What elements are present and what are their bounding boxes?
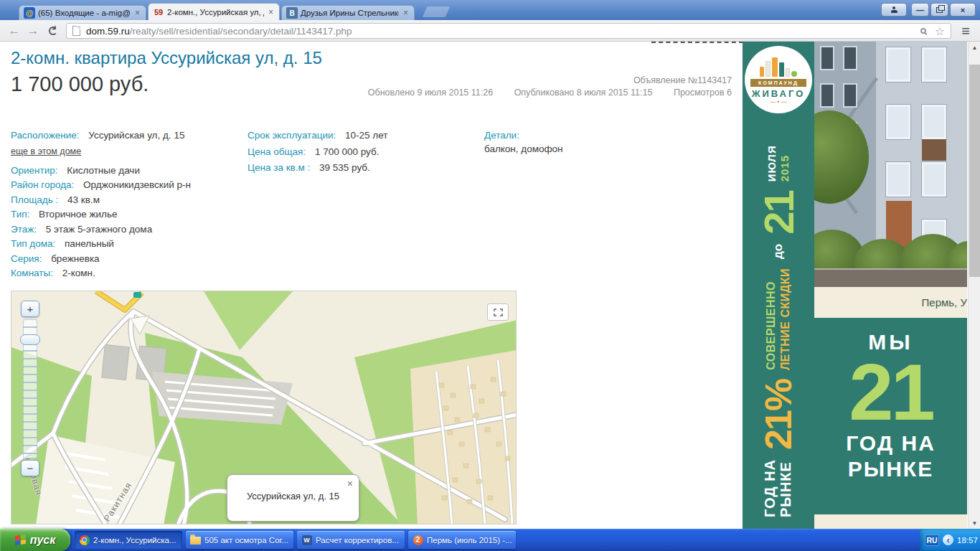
folder-icon [190, 537, 201, 545]
taskbar-button-word[interactable]: W Расчет корректиров... [297, 531, 405, 549]
detail-value: 10-25 лет [345, 130, 387, 141]
detail-row: Расположение: Уссурийская ул, д. 15 [11, 131, 244, 141]
new-tab-button[interactable] [423, 6, 451, 17]
ad-deadline-day: 21 [755, 191, 803, 235]
windows-taskbar: пуск 2-комн., Уссурийска... 505 акт осмо… [0, 529, 980, 551]
details-column-right: Детали: балкон, домофон [484, 131, 664, 159]
detail-label: Детали: [484, 130, 519, 141]
published-date: Опубликовано 8 июля 2015 11:15 [514, 88, 653, 98]
ad-deadline-year: 2015 [778, 145, 791, 182]
taskbar-button-2gis[interactable]: 2 Пермь (июль 2015) -... [408, 531, 516, 549]
detail-value: Уссурийская ул, д. 15 [88, 130, 184, 141]
detail-label: Площадь : [11, 194, 58, 205]
ad-side-text: ЛЕТНИЕ СКИДКИ [778, 268, 793, 370]
page-content: 2-комн. квартира Уссурийская ул, д. 15 1… [0, 42, 980, 529]
taskbar-button-label: Расчет корректиров... [316, 536, 399, 545]
tab-close-icon[interactable]: × [267, 8, 275, 17]
map-zoom-out-button[interactable]: − [21, 460, 39, 476]
tray-clock: 18:57 [957, 536, 978, 545]
word-icon: W [302, 535, 312, 545]
ad-years-number: 21 [814, 354, 967, 430]
logo-skyline-icon [745, 57, 812, 77]
menu-button[interactable]: ≡ [956, 22, 976, 39]
ad-building-photo [814, 42, 967, 287]
url-host: dom.59.ru [86, 26, 130, 37]
detail-value: 39 535 руб. [319, 162, 370, 173]
map-popup-text: Уссурийская ул, д. 15 [247, 491, 339, 501]
detail-row: Цена за кв.м : 39 535 руб. [248, 163, 477, 173]
detail-row: Тип: Вторичное жилье [11, 209, 244, 220]
detail-row: Серия: брежневка [11, 254, 244, 264]
detail-label: Тип дома: [11, 238, 55, 249]
minimize-button[interactable]: — [911, 3, 929, 17]
arrow-down-icon: ▼ [972, 520, 978, 527]
detail-value: Орджоникидзевский р-н [83, 179, 191, 190]
bookmark-star-icon[interactable]: ☆ [935, 24, 945, 38]
close-button[interactable]: × [950, 3, 976, 17]
url-path: /realty/sell/residential/secondary/detai… [130, 26, 352, 37]
mail-favicon-icon: @ [24, 7, 35, 19]
detail-row: Цена общая: 1 700 000 руб. [248, 147, 477, 157]
map-zoom-slider-handle[interactable] [20, 334, 40, 345]
scroll-thumb[interactable] [969, 65, 980, 277]
detail-value: Вторичное жилье [39, 209, 117, 220]
ad-bottom-strip [814, 514, 967, 529]
detail-value: 5 этаж 5-этажного дома [46, 224, 152, 235]
tab-title: Друзья Ирины Стрельнико [301, 9, 399, 17]
site-59-favicon-icon: 59 [153, 6, 164, 18]
back-icon: ← [9, 24, 21, 38]
back-button[interactable]: ← [6, 24, 23, 38]
detail-row: Тип дома: панельный [11, 239, 244, 249]
reload-icon [49, 27, 57, 35]
ad-side-text: ГОД НА [763, 459, 778, 517]
ad-deadline-month: ИЮЛЯ [765, 145, 778, 182]
profile-button[interactable] [881, 3, 907, 17]
maximize-button[interactable] [930, 3, 948, 17]
listing-price: 1 700 000 руб. [11, 72, 149, 96]
detail-value: панельный [65, 238, 114, 249]
logo-zhivago-text: ЖИВАГО [745, 88, 812, 99]
reload-button[interactable] [44, 24, 62, 38]
start-button[interactable]: пуск [0, 529, 70, 551]
popup-close-icon[interactable]: × [347, 478, 353, 489]
map-zoom-in-button[interactable]: + [21, 301, 39, 317]
detail-row: Район города: Орджоникидзевский р-н [11, 180, 244, 190]
map-widget[interactable]: Щитовая Ракитная + − Уссурийская ул, д. … [11, 291, 517, 524]
scroll-down-button[interactable]: ▼ [969, 517, 980, 529]
map-fullscreen-button[interactable] [487, 303, 509, 321]
more-in-building-link[interactable]: еще в этом доме [11, 146, 81, 156]
tab-listing-active[interactable]: 59 2-комн., Уссурийская ул, д × [148, 3, 280, 20]
vk-favicon-icon: В [286, 7, 298, 19]
language-indicator[interactable]: RU [925, 534, 939, 546]
taskbar-button-chrome[interactable]: 2-комн., Уссурийска... [75, 531, 182, 549]
start-label: пуск [30, 534, 56, 547]
detail-label: Серия: [11, 253, 42, 264]
tab-close-icon[interactable]: × [402, 9, 410, 17]
plus-icon: + [27, 303, 34, 315]
scroll-up-button[interactable]: ▲ [969, 42, 980, 53]
ad-main-block: МЫ 21 ГОД НА РЫНКЕ [814, 318, 967, 514]
forward-button[interactable]: → [24, 24, 42, 38]
tab-vk[interactable]: В Друзья Ирины Стрельнико × [281, 5, 415, 20]
taskbar-button-folder[interactable]: 505 акт осмотра Сог... [186, 531, 293, 549]
2gis-icon: 2 [413, 535, 423, 545]
page-scrollbar[interactable]: ▲ ▼ [968, 42, 980, 529]
ad-address-caption: Пермь, У [814, 287, 967, 318]
ad-side-text: РЫНКЕ [778, 459, 794, 517]
page-title: 2-комн. квартира Уссурийская ул, д. 15 [11, 48, 322, 68]
tray-chevron-icon[interactable]: ‹ [943, 534, 953, 545]
ad-discount-percent: 21% [757, 380, 800, 450]
restore-icon [936, 7, 943, 13]
zoom-page-icon[interactable] [920, 28, 926, 34]
ad-banner[interactable]: ГОД НА РЫНКЕ 21% СОВЕРШЕННО ЛЕТНИЕ СКИДК… [743, 42, 967, 529]
ad-years-text: ГОД НА [814, 430, 967, 456]
detail-row: Комнаты: 2-комн. [11, 268, 244, 278]
ad-years-text: РЫНКЕ [814, 456, 967, 482]
ad-side-text: до [771, 244, 786, 259]
hamburger-icon: ≡ [961, 23, 970, 39]
taskbar-button-label: 2-комн., Уссурийска... [93, 536, 176, 545]
tab-mail[interactable]: @ (65) Входящие - a-mig@mai × [19, 5, 146, 20]
tab-close-icon[interactable]: × [133, 9, 141, 17]
updated-date: Обновлено 9 июля 2015 11:26 [368, 88, 493, 98]
address-bar[interactable]: dom.59.ru/realty/sell/residential/second… [66, 23, 951, 39]
